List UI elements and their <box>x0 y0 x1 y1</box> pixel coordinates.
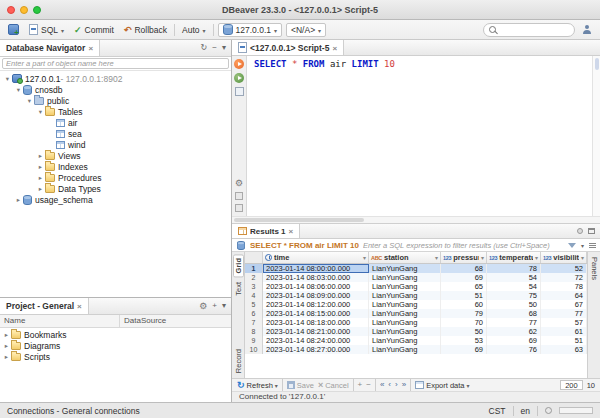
collapse-arrow-icon[interactable]: ▾ <box>25 97 34 105</box>
project-item-bookmarks[interactable]: ▸Bookmarks <box>0 329 231 340</box>
sql-code-area[interactable]: SELECT * FROM air LIMIT 10 <box>247 56 592 216</box>
row-number[interactable]: 4 <box>245 291 263 300</box>
row-number[interactable]: 7 <box>245 318 263 327</box>
notification-icon[interactable] <box>545 407 552 414</box>
column-filter-icon[interactable] <box>363 253 366 262</box>
table-row[interactable]: 22023-01-14 08:03:00.000LianYunGang69547… <box>245 273 587 282</box>
language-label[interactable]: en <box>521 406 530 416</box>
table-row[interactable]: 82023-01-14 08:21:00.000LianYunGang50626… <box>245 327 587 336</box>
tree-item-data-types[interactable]: ▸Data Types <box>0 183 231 194</box>
expand-arrow-icon[interactable]: ▸ <box>14 196 23 204</box>
collapse-arrow-icon[interactable]: ▾ <box>14 86 23 94</box>
column-header-visibility[interactable]: 123visibility <box>541 252 587 263</box>
cell-station[interactable]: LianYunGang <box>369 264 441 273</box>
sql-code-line[interactable]: SELECT * FROM air LIMIT 10 <box>254 59 592 70</box>
add-row-button[interactable] <box>358 381 363 389</box>
expand-arrow-icon[interactable]: ▸ <box>2 342 11 350</box>
cell-temperature[interactable]: 54 <box>487 273 541 282</box>
execute-statement-icon[interactable] <box>234 59 244 69</box>
grid-corner-cell[interactable] <box>245 252 263 263</box>
row-number[interactable]: 3 <box>245 282 263 291</box>
cell-station[interactable]: LianYunGang <box>369 282 441 291</box>
user-profile-button[interactable] <box>579 24 595 36</box>
column-header-temperature[interactable]: 123temperature <box>487 252 541 263</box>
tab-script-5[interactable]: <127.0.0.1> Script-5 <box>232 40 344 55</box>
schema-dropdown[interactable]: <N/A> <box>286 23 326 37</box>
column-filter-icon[interactable] <box>481 253 484 262</box>
cell-pressure[interactable]: 70 <box>441 318 487 327</box>
cell-time[interactable]: 2023-01-14 08:18:00.000 <box>263 318 369 327</box>
tree-item-indexes[interactable]: ▸Indexes <box>0 161 231 172</box>
fetch-size-input[interactable]: 200 <box>560 380 583 390</box>
cell-visibility[interactable]: 51 <box>541 336 587 345</box>
cell-temperature[interactable]: 69 <box>487 336 541 345</box>
cell-visibility[interactable]: 57 <box>541 318 587 327</box>
gear-icon[interactable] <box>199 301 207 311</box>
cell-temperature[interactable]: 62 <box>487 327 541 336</box>
save-button[interactable]: Save <box>287 381 314 390</box>
cell-temperature[interactable]: 77 <box>487 318 541 327</box>
tree-item-127-0-0-1[interactable]: ▾127.0.0.1 - 127.0.0.1:8902 <box>0 73 231 84</box>
tree-item-wind[interactable]: wind <box>0 139 231 150</box>
results-filter-input[interactable] <box>363 240 564 251</box>
cell-time[interactable]: 2023-01-14 08:21:00.000 <box>263 327 369 336</box>
cell-visibility[interactable]: 63 <box>541 345 587 354</box>
new-connection-button[interactable] <box>5 23 22 36</box>
collapse-arrow-icon[interactable]: ▾ <box>3 75 12 83</box>
expand-arrow-icon[interactable]: ▸ <box>36 152 45 160</box>
connection-dropdown[interactable]: 127.0.0.1 <box>218 23 282 37</box>
execute-script-icon[interactable] <box>234 73 244 83</box>
global-search-input[interactable] <box>499 25 569 34</box>
column-header-datasource[interactable]: DataSource <box>120 315 170 327</box>
sql-editor-dropdown[interactable]: SQL <box>26 23 67 36</box>
transaction-mode-dropdown[interactable]: Auto <box>179 24 209 36</box>
row-number[interactable]: 5 <box>245 300 263 309</box>
cell-temperature[interactable]: 78 <box>487 264 541 273</box>
expand-arrow-icon[interactable]: ▸ <box>36 174 45 182</box>
close-tab-icon[interactable] <box>77 301 82 311</box>
maximize-panel-icon[interactable] <box>588 228 595 234</box>
sql-console-icon[interactable] <box>235 192 243 200</box>
table-row[interactable]: 42023-01-14 08:09:00.000LianYunGang51756… <box>245 291 587 300</box>
column-header-time[interactable]: time <box>263 252 369 263</box>
tree-item-cnosdb[interactable]: ▾cnosdb <box>0 84 231 95</box>
active-query-text[interactable]: SELECT * FROM air LIMIT 10 <box>250 241 359 250</box>
rollback-button[interactable]: Rollback <box>121 24 170 36</box>
editor-vertical-scrollbar[interactable] <box>592 56 600 216</box>
cell-visibility[interactable]: 67 <box>541 300 587 309</box>
cell-station[interactable]: LianYunGang <box>369 309 441 318</box>
cell-time[interactable]: 2023-01-14 08:27:00.000 <box>263 345 369 354</box>
cell-pressure[interactable]: 51 <box>441 291 487 300</box>
cell-visibility[interactable]: 72 <box>541 273 587 282</box>
cell-temperature[interactable]: 54 <box>487 282 541 291</box>
cell-time[interactable]: 2023-01-14 08:09:00.000 <box>263 291 369 300</box>
expand-arrow-icon[interactable]: ▸ <box>36 163 45 171</box>
column-filter-icon[interactable] <box>535 253 538 262</box>
cell-pressure[interactable]: 79 <box>441 309 487 318</box>
delete-row-button[interactable] <box>366 381 371 389</box>
cell-temperature[interactable]: 75 <box>487 291 541 300</box>
cancel-button[interactable]: Cancel <box>318 380 349 390</box>
row-number[interactable]: 2 <box>245 273 263 282</box>
explain-plan-icon[interactable] <box>235 87 244 96</box>
pin-results-icon[interactable] <box>577 228 583 234</box>
cell-pressure[interactable]: 68 <box>441 264 487 273</box>
cell-station[interactable]: LianYunGang <box>369 291 441 300</box>
last-row-button[interactable] <box>402 381 406 389</box>
tree-item-usage-schema[interactable]: ▸usage_schema <box>0 194 231 205</box>
global-search-box[interactable] <box>483 23 575 37</box>
tree-item-procedures[interactable]: ▸Procedures <box>0 172 231 183</box>
tree-item-views[interactable]: ▸Views <box>0 150 231 161</box>
close-window-button[interactable] <box>7 6 15 14</box>
cell-station[interactable]: LianYunGang <box>369 300 441 309</box>
row-number[interactable]: 9 <box>245 336 263 345</box>
zoom-window-button[interactable] <box>33 6 41 14</box>
column-header-station[interactable]: ABCstation <box>369 252 441 263</box>
expand-arrow-icon[interactable]: ▸ <box>2 353 11 361</box>
cell-visibility[interactable]: 78 <box>541 282 587 291</box>
presentation-tab-text[interactable]: Text <box>234 279 243 299</box>
cell-pressure[interactable]: 53 <box>441 336 487 345</box>
cell-station[interactable]: LianYunGang <box>369 273 441 282</box>
expand-arrow-icon[interactable]: ▸ <box>36 185 45 193</box>
first-row-button[interactable] <box>380 381 384 389</box>
